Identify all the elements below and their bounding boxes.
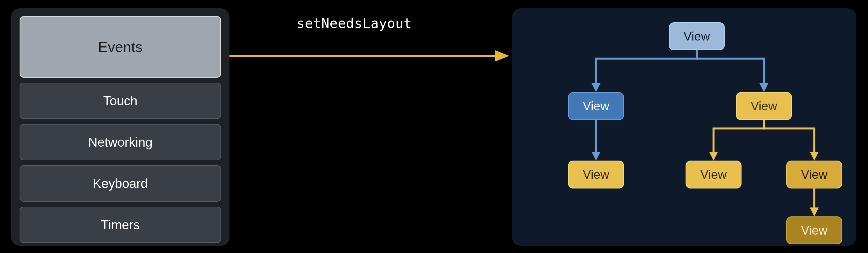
list-item-label: Keyboard — [93, 176, 148, 191]
list-item-label: Networking — [88, 135, 153, 150]
svg-marker-2 — [592, 83, 600, 92]
arrow-setneedslayout — [229, 45, 509, 67]
tree-node-label: View — [583, 168, 610, 182]
list-item-events[interactable]: Events — [20, 16, 221, 78]
tree-node-l1: View — [568, 92, 624, 120]
list-item-timers[interactable]: Timers — [20, 207, 221, 243]
list-item-touch[interactable]: Touch — [20, 83, 221, 119]
list-item-networking[interactable]: Networking — [20, 124, 221, 160]
list-item-keyboard[interactable]: Keyboard — [20, 165, 221, 202]
tree-node-r2a: View — [686, 160, 742, 188]
tree-node-r1: View — [736, 92, 792, 120]
tree-node-r2b: View — [786, 160, 842, 188]
tree-node-root: View — [669, 22, 725, 50]
list-item-label: Touch — [103, 93, 138, 108]
svg-marker-1 — [495, 50, 509, 62]
tree-node-label: View — [801, 168, 828, 182]
list-item-label: Timers — [101, 217, 140, 232]
tree-node-label: View — [684, 29, 710, 43]
view-tree-panel: ViewViewViewViewViewViewView — [512, 8, 856, 246]
tree-node-label: View — [751, 99, 777, 113]
svg-marker-4 — [592, 152, 600, 160]
arrow-label: setNeedsLayout — [297, 15, 412, 31]
tree-node-label: View — [801, 223, 828, 238]
list-item-label: Events — [98, 39, 143, 55]
svg-marker-7 — [810, 208, 819, 216]
diagram-stage: Events Touch Networking Keyboard Timers … — [0, 0, 868, 253]
svg-marker-6 — [810, 152, 819, 160]
svg-marker-3 — [760, 83, 768, 92]
tree-node-label: View — [583, 99, 610, 113]
tree-node-label: View — [701, 168, 727, 182]
svg-marker-5 — [709, 152, 718, 160]
tree-node-r3: View — [786, 216, 842, 244]
tree-node-l2: View — [568, 160, 624, 188]
events-panel: Events Touch Networking Keyboard Timers — [11, 8, 229, 246]
